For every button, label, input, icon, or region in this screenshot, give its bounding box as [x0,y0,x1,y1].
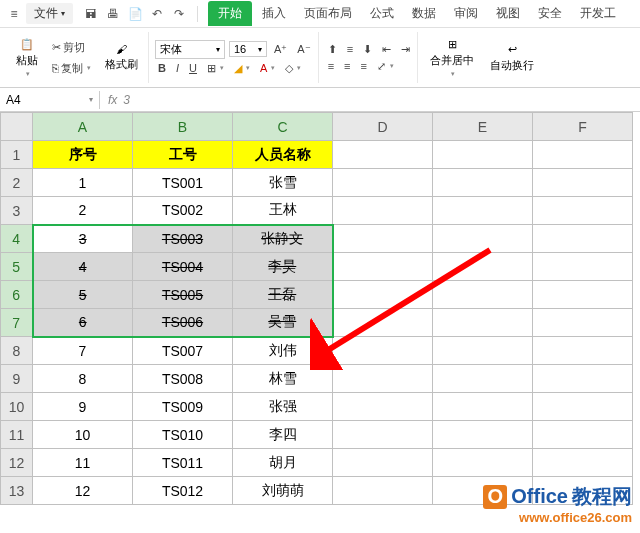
align-top-icon[interactable]: ⬆ [325,42,340,57]
row-header[interactable]: 2 [1,169,33,197]
formula-bar[interactable]: 3 [123,93,130,107]
cut-button[interactable]: ✂ 剪切 [48,38,95,57]
fx-icon[interactable]: fx [108,93,117,107]
cell[interactable]: TS005 [133,281,233,309]
align-middle-icon[interactable]: ≡ [344,42,356,56]
cell[interactable]: 王磊 [233,281,333,309]
cell[interactable]: 4 [33,253,133,281]
cell[interactable]: TS011 [133,449,233,477]
cell[interactable]: 王林 [233,197,333,225]
cell[interactable]: 林雪 [233,365,333,393]
cell[interactable]: 1 [33,169,133,197]
cell[interactable]: 吴雪 [233,309,333,337]
row-header[interactable]: 1 [1,141,33,169]
col-header-F[interactable]: F [533,113,633,141]
cell[interactable] [433,393,533,421]
cell[interactable] [533,281,633,309]
tab-page-layout[interactable]: 页面布局 [296,1,360,26]
cell[interactable] [333,225,433,253]
cell[interactable] [333,309,433,337]
tab-home[interactable]: 开始 [208,1,252,26]
cell[interactable] [333,449,433,477]
cell[interactable]: 刘萌萌 [233,477,333,505]
tab-review[interactable]: 审阅 [446,1,486,26]
italic-button[interactable]: I [173,61,182,75]
orientation-icon[interactable]: ⤢ [374,59,397,74]
cell[interactable] [333,337,433,365]
cell[interactable]: 5 [33,281,133,309]
font-size-select[interactable]: 16▾ [229,41,267,57]
cell[interactable] [533,197,633,225]
cell[interactable] [433,197,533,225]
grid[interactable]: A B C D E F 1 序号 工号 人员名称 21TS001张雪32TS00… [0,112,633,505]
cell[interactable] [333,477,433,505]
indent-right-icon[interactable]: ⇥ [398,42,413,57]
row-header[interactable]: 6 [1,281,33,309]
cell[interactable]: TS007 [133,337,233,365]
paste-button[interactable]: 📋 粘贴 [10,36,44,80]
cell[interactable] [433,365,533,393]
row-header[interactable]: 12 [1,449,33,477]
row-header[interactable]: 7 [1,309,33,337]
cell[interactable]: 7 [33,337,133,365]
cell[interactable]: 张强 [233,393,333,421]
cell[interactable] [533,141,633,169]
cell[interactable]: 11 [33,449,133,477]
cell[interactable] [433,309,533,337]
cell[interactable] [533,225,633,253]
cell[interactable]: 3 [33,225,133,253]
save-icon[interactable]: 🖬 [83,6,99,22]
row-header[interactable]: 3 [1,197,33,225]
cell[interactable] [533,449,633,477]
cell[interactable]: TS008 [133,365,233,393]
redo-icon[interactable]: ↷ [171,6,187,22]
cell[interactable] [533,421,633,449]
cell[interactable] [533,393,633,421]
name-box[interactable]: A4▾ [0,91,100,109]
cell[interactable]: TS006 [133,309,233,337]
wrap-text-button[interactable]: ↩ 自动换行 [484,41,540,75]
file-menu[interactable]: 文件 [26,3,73,24]
increase-font-icon[interactable]: A⁺ [271,42,290,57]
cell[interactable] [533,365,633,393]
decrease-font-icon[interactable]: A⁻ [294,42,313,57]
indent-left-icon[interactable]: ⇤ [379,42,394,57]
cell[interactable] [333,169,433,197]
print-icon[interactable]: 🖶 [105,6,121,22]
cell[interactable] [433,141,533,169]
row-header[interactable]: 4 [1,225,33,253]
cell[interactable] [333,141,433,169]
tab-data[interactable]: 数据 [404,1,444,26]
align-center-icon[interactable]: ≡ [341,59,353,73]
cell[interactable]: 2 [33,197,133,225]
font-color-button[interactable]: A [257,61,278,75]
menu-icon[interactable]: ≡ [6,6,22,22]
cell[interactable]: 刘伟 [233,337,333,365]
align-right-icon[interactable]: ≡ [358,59,370,73]
cell[interactable] [333,365,433,393]
row-header[interactable]: 5 [1,253,33,281]
cell[interactable] [333,421,433,449]
copy-button[interactable]: ⎘ 复制 [48,59,95,78]
cell[interactable]: 李昊 [233,253,333,281]
cell[interactable] [533,309,633,337]
cell[interactable]: TS010 [133,421,233,449]
cell[interactable] [433,449,533,477]
cell[interactable]: TS012 [133,477,233,505]
cell[interactable]: 9 [33,393,133,421]
cell[interactable]: 张静文 [233,225,333,253]
cell[interactable] [433,337,533,365]
select-all-corner[interactable] [1,113,33,141]
merge-center-button[interactable]: ⊞ 合并居中 [424,36,480,80]
row-header[interactable]: 9 [1,365,33,393]
cell[interactable] [533,337,633,365]
tab-formulas[interactable]: 公式 [362,1,402,26]
tab-developer[interactable]: 开发工 [572,1,624,26]
tab-view[interactable]: 视图 [488,1,528,26]
cell[interactable]: TS009 [133,393,233,421]
undo-icon[interactable]: ↶ [149,6,165,22]
cell[interactable]: 6 [33,309,133,337]
row-header[interactable]: 8 [1,337,33,365]
cell[interactable]: TS001 [133,169,233,197]
fill-color-button[interactable]: ◢ [231,61,253,76]
